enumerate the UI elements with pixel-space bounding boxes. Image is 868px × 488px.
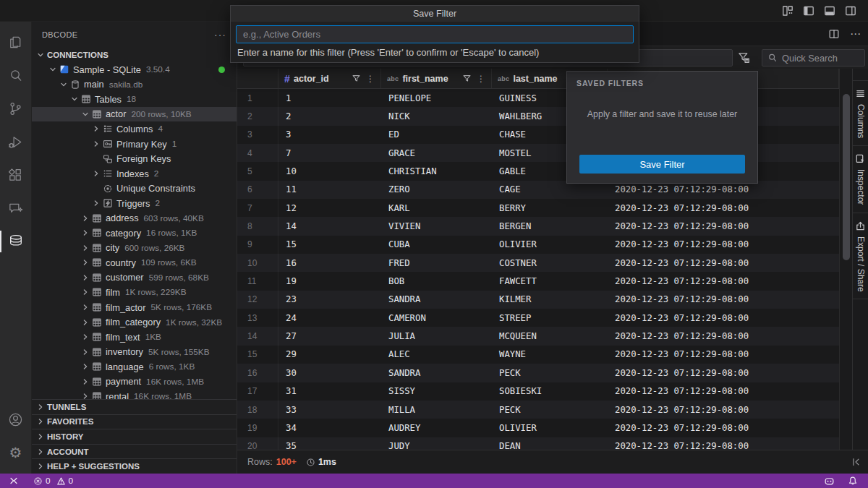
cell-actor-id[interactable]: 30 bbox=[278, 364, 381, 382]
cell-first-name[interactable]: PENELOPE bbox=[381, 89, 492, 107]
chevron-right-icon[interactable] bbox=[90, 125, 101, 132]
tree-item-indexes[interactable]: Indexes2 bbox=[32, 166, 237, 181]
cell-actor-id[interactable]: 10 bbox=[278, 162, 381, 180]
chevron-down-icon[interactable] bbox=[80, 111, 90, 118]
tree-item-sample-sqlite[interactable]: Sample - SQLite3.50.4 bbox=[32, 62, 237, 77]
tree-item-customer[interactable]: customer599 rows, 68KB bbox=[32, 270, 237, 286]
cell-actor-id[interactable]: 33 bbox=[278, 401, 381, 419]
cell-last-name[interactable]: STREEP bbox=[492, 309, 608, 327]
activity-search-icon[interactable] bbox=[0, 59, 32, 92]
cell-last-update[interactable]: 2020-12-23 07:12:29-08:00 bbox=[608, 401, 839, 419]
cell-actor-id[interactable]: 27 bbox=[278, 327, 381, 345]
cell-first-name[interactable]: SANDRA bbox=[381, 291, 492, 309]
cell-first-name[interactable]: ED bbox=[381, 126, 492, 144]
activity-chat-icon[interactable] bbox=[0, 192, 32, 225]
cell-last-name[interactable]: OLIVIER bbox=[492, 419, 608, 437]
quick-search-input[interactable]: Quick Search bbox=[762, 49, 865, 67]
cell-actor-id[interactable]: 15 bbox=[278, 236, 381, 254]
chevron-right-icon[interactable] bbox=[80, 363, 90, 370]
chevron-right-icon[interactable] bbox=[80, 288, 90, 296]
section-tunnels[interactable]: TUNNELS bbox=[32, 399, 237, 414]
column-header-first-name[interactable]: abcfirst_name⋮ bbox=[381, 69, 492, 88]
chevron-right-icon[interactable] bbox=[80, 259, 90, 266]
cell-last-update[interactable]: 2020-12-23 07:12:29-08:00 bbox=[608, 217, 839, 235]
column-menu-icon[interactable]: ⋮ bbox=[477, 74, 485, 84]
cell-last-update[interactable]: 2020-12-23 07:12:29-08:00 bbox=[608, 291, 839, 309]
chevron-right-icon[interactable] bbox=[80, 319, 90, 326]
chevron-right-icon[interactable] bbox=[90, 170, 101, 177]
notifications[interactable] bbox=[843, 476, 862, 486]
cell-first-name[interactable]: VIVIEN bbox=[381, 217, 492, 235]
table-row[interactable]: 712KARLBERRY2020-12-23 07:12:29-08:00 bbox=[237, 199, 839, 217]
table-row[interactable]: 1119BOBFAWCETT2020-12-23 07:12:29-08:00 bbox=[237, 272, 839, 290]
filter-funnel-icon[interactable] bbox=[352, 74, 361, 83]
cell-last-update[interactable]: 2020-12-23 07:12:29-08:00 bbox=[608, 199, 839, 217]
tree-item-payment[interactable]: payment16K rows, 1MB bbox=[32, 374, 237, 389]
chevron-right-icon[interactable] bbox=[80, 378, 90, 385]
copilot-status[interactable] bbox=[820, 476, 839, 487]
cell-last-update[interactable]: 2020-12-23 07:12:29-08:00 bbox=[608, 309, 839, 327]
cell-actor-id[interactable]: 16 bbox=[278, 254, 381, 272]
tree-item-country[interactable]: country109 rows, 6KB bbox=[32, 255, 237, 270]
cell-actor-id[interactable]: 19 bbox=[278, 272, 381, 290]
section-history[interactable]: HISTORY bbox=[32, 429, 237, 444]
tab-export-share[interactable]: Export / Share bbox=[853, 213, 868, 300]
chevron-right-icon[interactable] bbox=[80, 274, 90, 281]
cell-actor-id[interactable]: 3 bbox=[278, 126, 381, 144]
cell-first-name[interactable]: BOB bbox=[381, 272, 492, 290]
activity-extensions-icon[interactable] bbox=[0, 158, 32, 192]
table-row[interactable]: 2035JUDYDEAN2020-12-23 07:12:29-08:00 bbox=[237, 437, 839, 450]
cell-last-name[interactable]: OLIVIER bbox=[492, 236, 608, 254]
cell-last-name[interactable]: PECK bbox=[492, 401, 608, 419]
collapse-left-icon[interactable] bbox=[851, 457, 861, 467]
chevron-right-icon[interactable] bbox=[80, 244, 90, 252]
cell-last-name[interactable]: MCQUEEN bbox=[492, 327, 608, 345]
tree-item-main[interactable]: mainsakila.db bbox=[32, 77, 237, 93]
table-row[interactable]: 1223SANDRAKILMER2020-12-23 07:12:29-08:0… bbox=[237, 291, 839, 309]
cell-actor-id[interactable]: 34 bbox=[278, 419, 381, 437]
cell-first-name[interactable]: ZERO bbox=[381, 181, 492, 199]
cell-first-name[interactable]: GRACE bbox=[381, 144, 492, 162]
chevron-right-icon[interactable] bbox=[80, 393, 90, 399]
table-row[interactable]: 1324CAMERONSTREEP2020-12-23 07:12:29-08:… bbox=[237, 309, 839, 327]
chevron-right-icon[interactable] bbox=[80, 348, 90, 356]
sidebar-left-icon[interactable] bbox=[803, 5, 814, 17]
grid-scrollbar[interactable] bbox=[839, 69, 852, 450]
save-filter-button[interactable]: Save Filter bbox=[579, 155, 745, 174]
tree-item-film-category[interactable]: film_category1K rows, 32KB bbox=[32, 314, 237, 330]
tree-item-film-text[interactable]: film_text1KB bbox=[32, 330, 237, 345]
cell-first-name[interactable]: MILLA bbox=[381, 401, 492, 419]
cell-first-name[interactable]: CAMERON bbox=[381, 309, 492, 327]
table-row[interactable]: 1833MILLAPECK2020-12-23 07:12:29-08:00 bbox=[237, 401, 839, 419]
table-row[interactable]: 1529ALECWAYNE2020-12-23 07:12:29-08:00 bbox=[237, 346, 839, 364]
cell-actor-id[interactable]: 14 bbox=[278, 217, 381, 235]
cell-actor-id[interactable]: 2 bbox=[278, 107, 381, 125]
cell-actor-id[interactable]: 24 bbox=[278, 309, 381, 327]
cell-first-name[interactable]: CHRISTIAN bbox=[381, 162, 492, 180]
cell-last-update[interactable]: 2020-12-23 07:12:29-08:00 bbox=[608, 272, 839, 290]
cell-actor-id[interactable]: 23 bbox=[278, 291, 381, 309]
section-account[interactable]: ACCOUNT bbox=[32, 444, 237, 459]
chevron-right-icon[interactable] bbox=[90, 140, 101, 147]
cell-first-name[interactable]: JULIA bbox=[381, 327, 492, 345]
tree-item-actor[interactable]: actor200 rows, 10KB bbox=[32, 107, 237, 122]
layout-customize-icon[interactable] bbox=[782, 5, 793, 17]
table-row[interactable]: 1016FREDCOSTNER2020-12-23 07:12:29-08:00 bbox=[237, 254, 839, 272]
cell-actor-id[interactable]: 11 bbox=[278, 181, 381, 199]
tree-item-foreign-keys[interactable]: Foreign Keys bbox=[32, 151, 237, 166]
tree-item-rental[interactable]: rental16K rows, 1MB bbox=[32, 389, 237, 399]
cell-last-name[interactable]: BERRY bbox=[492, 199, 608, 217]
grid-scrollbar-thumb[interactable] bbox=[843, 94, 850, 260]
table-row[interactable]: 814VIVIENBERGEN2020-12-23 07:12:29-08:00 bbox=[237, 217, 839, 235]
activity-run-debug-icon[interactable] bbox=[0, 125, 32, 158]
section-help-suggestions[interactable]: HELP + SUGGESTIONS bbox=[32, 458, 237, 474]
chevron-right-icon[interactable] bbox=[80, 304, 90, 311]
cell-actor-id[interactable]: 12 bbox=[278, 199, 381, 217]
split-editor-icon[interactable] bbox=[828, 28, 840, 40]
tree-item-language[interactable]: language6 rows, 1KB bbox=[32, 359, 237, 374]
panel-icon[interactable] bbox=[824, 5, 835, 17]
cell-first-name[interactable]: SANDRA bbox=[381, 364, 492, 382]
cell-last-name[interactable]: BERGEN bbox=[492, 217, 608, 235]
tab-inspector[interactable]: Inspector bbox=[853, 146, 868, 213]
cell-last-update[interactable]: 2020-12-23 07:12:29-08:00 bbox=[608, 254, 839, 272]
